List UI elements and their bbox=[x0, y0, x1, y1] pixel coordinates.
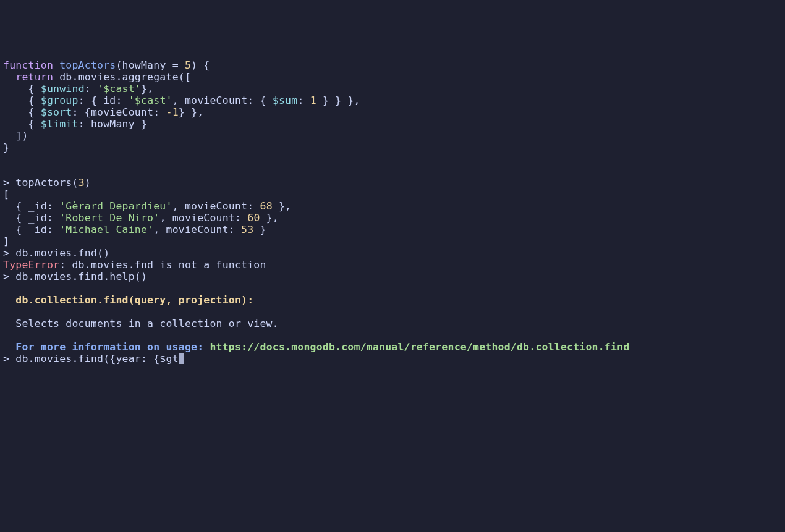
op-sum: $sum bbox=[273, 95, 298, 106]
op-unwind: $unwind bbox=[41, 83, 85, 95]
prompt-icon: > bbox=[3, 353, 15, 365]
help-url[interactable]: https://docs.mongodb.com/manual/referenc… bbox=[210, 341, 629, 353]
prompt-icon: > bbox=[3, 271, 15, 282]
result-row-1: { _id: 'Gèrard Depardieu', movieCount: 6… bbox=[3, 200, 291, 212]
function-name: topActors bbox=[59, 59, 116, 71]
movie-count-2: 60 bbox=[247, 212, 260, 224]
actor-name-2: 'Robert De Niro' bbox=[59, 212, 159, 224]
current-input-line[interactable]: > db.movies.find({year: {$gt bbox=[3, 353, 184, 365]
prompt-icon: > bbox=[3, 247, 15, 259]
bad-command-line: > db.movies.fnd() bbox=[3, 247, 109, 259]
help-description: Selects documents in a collection or vie… bbox=[3, 318, 279, 329]
result-close-bracket: ] bbox=[3, 235, 9, 247]
movie-count-3: 53 bbox=[241, 224, 253, 235]
error-label: TypeError bbox=[3, 259, 59, 271]
error-message: : db.movies.fnd is not a function bbox=[59, 259, 266, 271]
fn-def-unwind: { $unwind: '$cast'}, bbox=[3, 83, 153, 95]
result-open-bracket: [ bbox=[3, 188, 9, 200]
prompt-icon: > bbox=[3, 177, 15, 188]
keyword-function: function bbox=[3, 59, 53, 71]
fn-def-line2: return db.movies.aggregate([ bbox=[3, 71, 191, 83]
help-more-info: For more information on usage: https://d… bbox=[3, 341, 629, 353]
param-name: howMany bbox=[122, 59, 166, 71]
actor-name-1: 'Gèrard Depardieu' bbox=[59, 200, 172, 212]
call-line: > topActors(3) bbox=[3, 177, 91, 188]
result-row-3: { _id: 'Michael Caine', movieCount: 53 } bbox=[3, 224, 266, 235]
op-limit: $limit bbox=[41, 118, 78, 130]
help-call-line: > db.movies.find.help() bbox=[3, 271, 147, 282]
fn-def-sort: { $sort: {movieCount: -1} }, bbox=[3, 106, 203, 118]
typed-command[interactable]: db.movies.find({year: {$gt bbox=[15, 353, 178, 365]
error-line: TypeError: db.movies.fnd is not a functi… bbox=[3, 259, 266, 271]
op-group: $group bbox=[41, 95, 78, 106]
fn-def-group: { $group: {_id: '$cast', movieCount: { $… bbox=[3, 95, 360, 106]
actor-name-3: 'Michael Caine' bbox=[59, 224, 153, 235]
cursor-icon bbox=[179, 353, 184, 364]
fn-def-line1: function topActors(howMany = 5) { bbox=[3, 59, 210, 71]
keyword-return: return bbox=[15, 71, 53, 83]
op-sort: $sort bbox=[41, 106, 72, 118]
terminal[interactable]: function topActors(howMany = 5) { return… bbox=[3, 59, 782, 365]
fn-close-brace: } bbox=[3, 141, 9, 153]
default-value: 5 bbox=[185, 59, 191, 71]
fn-close-arr: ]) bbox=[3, 130, 28, 141]
result-row-2: { _id: 'Robert De Niro', movieCount: 60 … bbox=[3, 212, 279, 224]
movie-count-1: 68 bbox=[260, 200, 273, 212]
help-signature: db.collection.find(query, projection): bbox=[3, 294, 253, 306]
fn-def-limit: { $limit: howMany } bbox=[3, 118, 147, 130]
